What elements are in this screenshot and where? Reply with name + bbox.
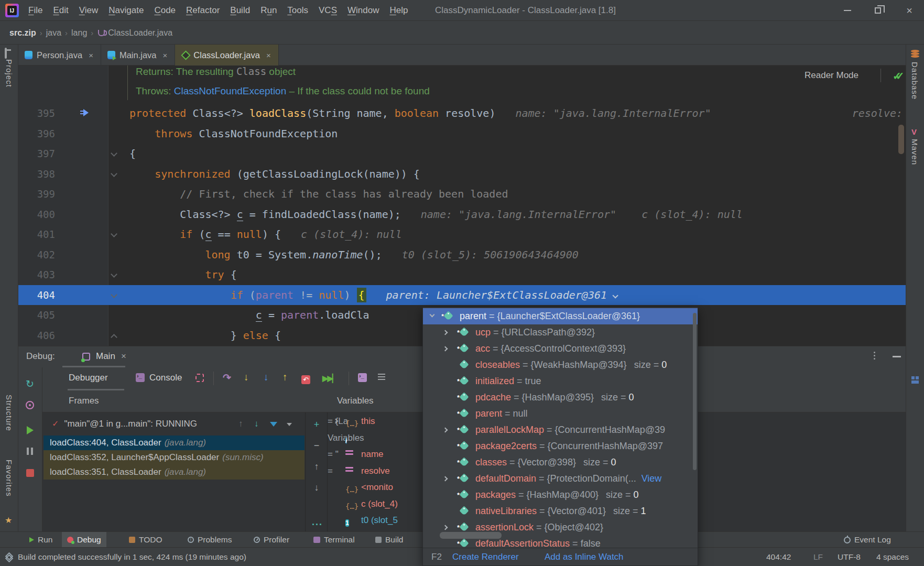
filter-funnel-icon[interactable] (270, 416, 277, 434)
code-line-399[interactable]: 399 // First, check if the class has alr… (18, 184, 906, 204)
restore-button[interactable] (866, 0, 890, 21)
expand-chevron-icon[interactable] (443, 346, 448, 352)
popup-variable-row[interactable]: nativeLibraries = {Vector@401}size = 1 (423, 503, 698, 519)
move-up-icon[interactable]: ↑ (312, 462, 321, 471)
expand-chevron-icon[interactable] (443, 330, 448, 335)
line-separator[interactable]: LF (813, 548, 823, 566)
project-tool-icon[interactable] (5, 49, 7, 58)
move-down-icon[interactable]: ↓ (312, 483, 321, 492)
caret-position[interactable]: 404:42 (766, 548, 791, 566)
tab-close-icon[interactable]: × (266, 51, 271, 60)
tab-classloader-java[interactable]: ClassLoader.java× (175, 45, 278, 66)
menu-edit[interactable]: Edit (53, 0, 68, 21)
close-button[interactable]: × (897, 0, 921, 21)
reader-mode-label[interactable]: Reader Mode (805, 67, 858, 84)
fold-chevron-icon[interactable] (111, 271, 117, 278)
sidebar-item-database[interactable]: Database (910, 62, 919, 100)
hide-tool-window-icon[interactable] (893, 356, 901, 357)
popup-variable-row[interactable]: *classes = {Vector@398}size = 0 (423, 454, 698, 471)
sidebar-item-favorites[interactable]: Favorites (5, 460, 14, 497)
add-watch-icon[interactable]: + (312, 420, 321, 429)
indent-style[interactable]: 4 spaces (876, 548, 909, 566)
popup-variable-row[interactable]: *defaultDomain = {ProtectionDomain(...Vi… (423, 471, 698, 487)
up-arrow-icon[interactable]: ↑ (238, 415, 243, 433)
popup-variable-row[interactable]: *packages = {HashMap@400}size = 0 (423, 487, 698, 503)
resume-icon[interactable] (25, 426, 35, 437)
popup-horizontal-scrollbar[interactable] (440, 532, 502, 539)
popup-variable-row[interactable]: *parent = {Launcher$ExtClassLoader@361} (423, 308, 698, 324)
expand-chevron-icon[interactable] (443, 476, 448, 482)
tab-close-icon[interactable]: × (163, 51, 168, 60)
fold-chevron-icon[interactable] (111, 231, 117, 237)
hint-expand-chevron-icon[interactable] (612, 292, 618, 298)
frame-row[interactable]: loadClass:351, ClassLoader(java.lang) (44, 465, 305, 480)
step-out-icon[interactable]: ↑ (282, 372, 288, 383)
double-check-icon[interactable] (893, 70, 905, 80)
thread-dropdown-icon[interactable] (287, 423, 292, 426)
menu-refactor[interactable]: Refactor (186, 0, 220, 21)
thread-selector[interactable]: ✓"main"@1 in g...main": RUNNING ↑ ↓ (42, 415, 305, 433)
tool-window-button-problems[interactable]: !Problems (182, 532, 237, 548)
breadcrumb-file[interactable]: ClassLoader.java (108, 28, 172, 37)
maven-icon[interactable]: V (911, 127, 917, 136)
tool-window-button-todo[interactable]: TODO (124, 532, 168, 548)
show-execution-point-icon[interactable] (195, 373, 204, 385)
popup-variable-row[interactable]: *parallelLockMap = {ConcurrentHashMap@39 (423, 422, 698, 438)
execution-marker-icon[interactable] (80, 109, 89, 117)
tool-window-button-terminal[interactable]: Terminal (308, 532, 360, 548)
stop-icon[interactable] (25, 469, 35, 480)
event-log-button[interactable]: Event Log (839, 532, 896, 548)
editor-scrollbar[interactable] (898, 125, 904, 154)
code-line-395[interactable]: 395protected Class<?> loadClass(String n… (18, 103, 906, 124)
tab-main-java[interactable]: Main.java× (101, 45, 175, 66)
code-line-397[interactable]: 397{ (18, 144, 906, 164)
tool-window-button-profiler[interactable]: Profiler (248, 532, 295, 548)
remove-watch-icon[interactable]: − (312, 441, 321, 450)
step-over-icon[interactable]: ↷ (223, 372, 231, 384)
tool-window-button-build[interactable]: Build (370, 532, 408, 548)
popup-variable-row[interactable]: closeables = {WeakHashMap@394}size = 0 (423, 357, 698, 373)
popup-variable-row[interactable]: *initialized = true (423, 373, 698, 389)
code-line-402[interactable]: 402 long t0 = System.nanoTime();t0 (slot… (18, 245, 906, 265)
debug-more-icon[interactable] (874, 352, 875, 360)
drop-frame-icon[interactable]: ↶ (301, 373, 310, 385)
popup-variable-row[interactable]: *package2certs = {ConcurrentHashMap@397 (423, 438, 698, 454)
frame-row[interactable]: loadClass:352, Launcher$AppClassLoader(s… (44, 450, 305, 465)
menu-navigate[interactable]: Navigate (108, 0, 144, 21)
session-tab-close-icon[interactable]: × (121, 351, 126, 362)
create-renderer-link[interactable]: Create Renderer (452, 548, 519, 566)
code-line-403[interactable]: 403 try { (18, 265, 906, 285)
menu-build[interactable]: Build (230, 0, 250, 21)
evaluate-expression-icon[interactable] (358, 373, 367, 385)
tool-window-button-run[interactable]: Run (24, 532, 58, 548)
collapse-chevron-icon[interactable] (430, 312, 435, 318)
code-editor[interactable]: Returns: The resulting Class objectThrow… (18, 66, 906, 346)
menu-help[interactable]: Help (389, 0, 408, 21)
sidebar-item-maven[interactable]: Maven (910, 139, 919, 165)
bookmark-star-icon[interactable]: ★ (5, 515, 12, 525)
force-step-into-icon[interactable]: ↓ (264, 372, 269, 383)
menu-vcs[interactable]: VCS (319, 0, 337, 21)
tab-debug-session[interactable]: Main (96, 351, 115, 362)
down-arrow-icon[interactable]: ↓ (254, 415, 259, 433)
expand-chevron-icon[interactable] (443, 428, 448, 433)
breadcrumb[interactable]: src.zip›java›lang›ClassLoader.java (9, 21, 172, 45)
code-line-400[interactable]: 400 Class<?> c = findLoadedClass(name);n… (18, 204, 906, 225)
console-icon[interactable] (136, 373, 145, 385)
fold-chevron-icon[interactable] (111, 150, 117, 157)
view-value-link[interactable]: View (642, 473, 662, 484)
frame-row[interactable]: loadClass:404, ClassLoader(java.lang) (44, 436, 305, 450)
add-inline-watch-link[interactable]: Add as Inline Watch (545, 548, 624, 566)
code-line-404[interactable]: 404 if (parent != null) {parent: Launche… (18, 285, 906, 306)
breadcrumb-item[interactable]: lang (71, 28, 87, 37)
fold-chevron-icon[interactable] (111, 291, 117, 298)
status-message[interactable]: Build completed successfully in 1 sec, 4… (18, 548, 246, 566)
minimize-button[interactable] (835, 0, 860, 21)
popup-variable-row[interactable]: *pdcache = {HashMap@395}size = 0 (423, 389, 698, 406)
menu-tools[interactable]: Tools (287, 0, 308, 21)
code-line-398[interactable]: 398 synchronized (getClassLoadingLock(na… (18, 164, 906, 184)
sidebar-item-structure[interactable]: Structure (5, 395, 14, 431)
tab-debugger[interactable]: Debugger (69, 373, 108, 383)
menu-file[interactable]: File (28, 0, 42, 21)
breadcrumb-item[interactable]: src.zip (9, 28, 36, 37)
